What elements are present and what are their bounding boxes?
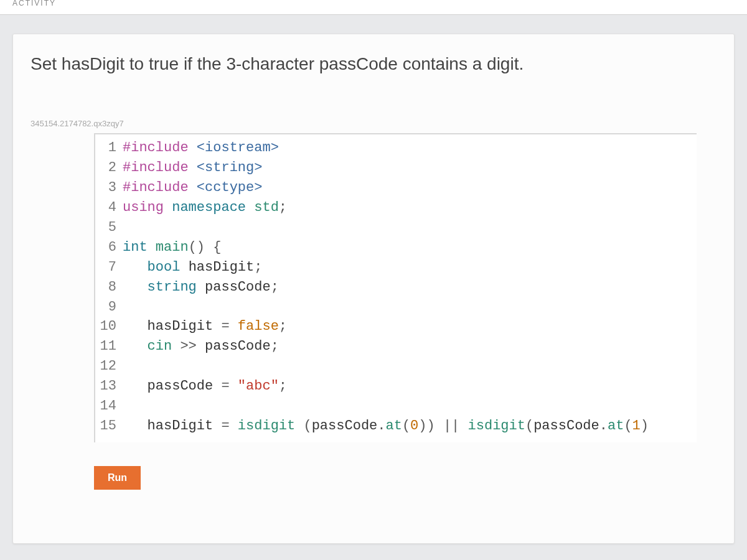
code-line[interactable]: 8 string passCode; (95, 278, 697, 297)
code-line[interactable]: 12 (95, 357, 697, 376)
code-text[interactable]: hasDigit = false; (123, 317, 287, 337)
code-line[interactable]: 13 passCode = "abc"; (95, 376, 697, 396)
code-text[interactable]: #include <iostream> (123, 138, 279, 158)
line-number: 6 (95, 238, 123, 258)
line-number: 14 (95, 396, 123, 416)
line-number: 9 (95, 297, 123, 317)
code-editor[interactable]: 1#include <iostream>2#include <string>3#… (94, 133, 697, 442)
code-line[interactable]: 6int main() { (95, 238, 697, 258)
code-line[interactable]: 11 cin >> passCode; (95, 337, 697, 357)
code-text[interactable]: bool hasDigit; (123, 258, 262, 278)
code-text[interactable]: passCode = "abc"; (123, 376, 287, 396)
line-number: 11 (95, 337, 123, 357)
code-text[interactable]: #include <cctype> (123, 178, 262, 198)
code-line[interactable]: 14 (95, 396, 697, 416)
code-line[interactable]: 3#include <cctype> (95, 178, 697, 198)
code-text[interactable]: cin >> passCode; (123, 337, 279, 357)
code-line[interactable]: 7 bool hasDigit; (95, 258, 697, 278)
code-line[interactable]: 4using namespace std; (95, 198, 697, 218)
line-number: 8 (95, 278, 123, 297)
code-line[interactable]: 15 hasDigit = isdigit (passCode.at(0)) |… (95, 416, 697, 436)
line-number: 15 (95, 416, 123, 436)
instruction-text: Set hasDigit to true if the 3-character … (13, 34, 734, 82)
code-text[interactable]: using namespace std; (123, 198, 287, 218)
activity-label: ACTIVITY (12, 0, 56, 7)
code-text[interactable]: int main() { (123, 238, 221, 258)
code-line[interactable]: 1#include <iostream> (95, 138, 697, 158)
code-line[interactable]: 5 (95, 218, 697, 238)
line-number: 13 (95, 376, 123, 396)
line-number: 1 (95, 138, 123, 158)
line-number: 10 (95, 317, 123, 337)
code-text[interactable]: #include <string> (123, 158, 262, 178)
line-number: 2 (95, 158, 123, 178)
line-number: 4 (95, 198, 123, 218)
activity-card: Set hasDigit to true if the 3-character … (12, 34, 735, 544)
line-number: 7 (95, 258, 123, 278)
line-number: 3 (95, 178, 123, 198)
code-line[interactable]: 2#include <string> (95, 158, 697, 178)
vignette-id: 345154.2174782.qx3zqy7 (13, 82, 734, 133)
line-number: 5 (95, 218, 123, 238)
line-number: 12 (95, 357, 123, 376)
activity-header: ACTIVITY (0, 0, 747, 15)
code-line[interactable]: 9 (95, 297, 697, 317)
run-button[interactable]: Run (94, 466, 141, 490)
code-text[interactable]: hasDigit = isdigit (passCode.at(0)) || i… (123, 416, 649, 436)
code-line[interactable]: 10 hasDigit = false; (95, 317, 697, 337)
code-text[interactable]: string passCode; (123, 278, 279, 297)
